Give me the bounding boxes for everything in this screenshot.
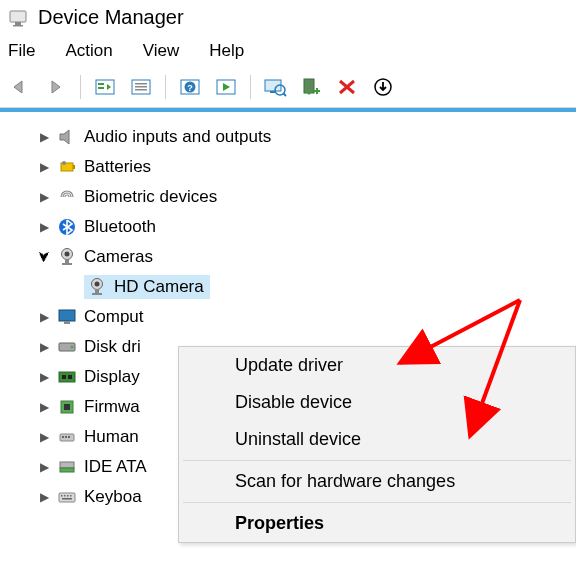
title-bar: Device Manager xyxy=(0,0,576,37)
svg-point-29 xyxy=(95,282,100,287)
chevron-right-icon[interactable]: ▶ xyxy=(36,310,52,324)
cm-separator xyxy=(183,460,571,461)
toolbar-separator xyxy=(165,75,166,99)
tree-label: Cameras xyxy=(84,247,153,267)
svg-line-17 xyxy=(283,93,286,96)
cm-scan-hardware[interactable]: Scan for hardware changes xyxy=(179,463,575,500)
menu-help[interactable]: Help xyxy=(209,41,244,61)
svg-rect-1 xyxy=(15,22,21,25)
svg-rect-44 xyxy=(68,436,70,438)
tree-node-biometric[interactable]: ▶ Biometric devices xyxy=(36,182,572,212)
svg-rect-51 xyxy=(70,495,72,497)
chevron-right-icon[interactable]: ▶ xyxy=(36,190,52,204)
svg-point-35 xyxy=(71,346,74,349)
chevron-right-icon[interactable]: ▶ xyxy=(36,130,52,144)
bluetooth-icon xyxy=(56,216,78,238)
svg-rect-32 xyxy=(59,310,75,321)
svg-rect-9 xyxy=(135,89,147,91)
svg-rect-2 xyxy=(13,25,23,27)
speaker-icon xyxy=(56,126,78,148)
svg-text:?: ? xyxy=(187,83,193,93)
more-button[interactable] xyxy=(367,73,399,101)
chevron-right-icon[interactable]: ▶ xyxy=(36,430,52,444)
cm-disable-device[interactable]: Disable device xyxy=(179,384,575,421)
monitor-icon xyxy=(56,306,78,328)
svg-point-22 xyxy=(62,161,66,165)
chip-icon xyxy=(56,396,78,418)
tree-node-batteries[interactable]: ▶ Batteries xyxy=(36,152,572,182)
chevron-right-icon[interactable]: ▶ xyxy=(36,340,52,354)
tree-label: Display xyxy=(84,367,140,387)
tree-selection: HD Camera xyxy=(84,275,210,299)
tree-node-audio[interactable]: ▶ Audio inputs and outputs xyxy=(36,122,572,152)
svg-rect-18 xyxy=(304,79,314,93)
cm-uninstall-device[interactable]: Uninstall device xyxy=(179,421,575,458)
tree-label: Batteries xyxy=(84,157,151,177)
svg-rect-37 xyxy=(62,375,66,379)
menu-file[interactable]: File xyxy=(8,41,35,61)
keyboard-icon xyxy=(56,486,78,508)
tree-label: Keyboa xyxy=(84,487,142,507)
help-button[interactable]: ? xyxy=(174,73,206,101)
svg-point-25 xyxy=(65,252,70,257)
window-title: Device Manager xyxy=(38,6,184,29)
svg-rect-26 xyxy=(65,259,69,263)
camera-icon xyxy=(56,246,78,268)
chevron-right-icon[interactable]: ▶ xyxy=(36,400,52,414)
svg-rect-30 xyxy=(95,289,99,293)
tree-label: Biometric devices xyxy=(84,187,217,207)
svg-rect-52 xyxy=(62,498,72,500)
svg-rect-38 xyxy=(68,375,72,379)
cm-separator xyxy=(183,502,571,503)
svg-rect-40 xyxy=(64,404,70,410)
add-hardware-button[interactable] xyxy=(295,73,327,101)
window-pane-button[interactable] xyxy=(89,73,121,101)
cm-properties[interactable]: Properties xyxy=(179,505,575,542)
play-button[interactable] xyxy=(210,73,242,101)
tree-label: Comput xyxy=(84,307,144,327)
device-manager-icon xyxy=(8,8,28,28)
tree-label: Bluetooth xyxy=(84,217,156,237)
svg-rect-31 xyxy=(92,293,102,295)
tree-label: IDE ATA xyxy=(84,457,147,477)
context-menu: Update driver Disable device Uninstall d… xyxy=(178,346,576,543)
chevron-right-icon[interactable]: ▶ xyxy=(36,370,52,384)
svg-rect-5 xyxy=(98,87,104,89)
back-button[interactable] xyxy=(4,73,36,101)
tree-node-computer[interactable]: ▶ Comput xyxy=(36,302,572,332)
chevron-right-icon[interactable]: ▶ xyxy=(36,460,52,474)
uninstall-button[interactable] xyxy=(331,73,363,101)
svg-rect-33 xyxy=(64,321,70,324)
menu-action[interactable]: Action xyxy=(65,41,112,61)
gpu-icon xyxy=(56,366,78,388)
forward-button[interactable] xyxy=(40,73,72,101)
svg-rect-7 xyxy=(135,83,147,85)
list-view-button[interactable] xyxy=(125,73,157,101)
cm-update-driver[interactable]: Update driver xyxy=(179,347,575,384)
toolbar-separator xyxy=(250,75,251,99)
tree-node-hd-camera[interactable]: HD Camera xyxy=(64,272,572,302)
camera-icon xyxy=(86,276,108,298)
svg-rect-45 xyxy=(60,462,74,468)
scan-button[interactable] xyxy=(259,73,291,101)
tree-label: HD Camera xyxy=(114,277,204,297)
chevron-right-icon[interactable]: ▶ xyxy=(36,220,52,234)
chevron-down-icon[interactable]: ⮟ xyxy=(36,250,52,264)
tree-node-bluetooth[interactable]: ▶ Bluetooth xyxy=(36,212,572,242)
chevron-right-icon[interactable]: ▶ xyxy=(36,490,52,504)
svg-rect-36 xyxy=(59,372,75,382)
svg-rect-49 xyxy=(64,495,66,497)
tree-label: Disk dri xyxy=(84,337,141,357)
svg-rect-8 xyxy=(135,86,147,88)
tree-label: Audio inputs and outputs xyxy=(84,127,271,147)
disk-icon xyxy=(56,336,78,358)
svg-rect-43 xyxy=(65,436,67,438)
svg-rect-42 xyxy=(62,436,64,438)
menu-bar: File Action View Help xyxy=(0,37,576,69)
toolbar-separator xyxy=(80,75,81,99)
tree-node-cameras[interactable]: ⮟ Cameras xyxy=(36,242,572,272)
chevron-right-icon[interactable]: ▶ xyxy=(36,160,52,174)
fingerprint-icon xyxy=(56,186,78,208)
svg-rect-21 xyxy=(73,165,75,169)
menu-view[interactable]: View xyxy=(143,41,180,61)
